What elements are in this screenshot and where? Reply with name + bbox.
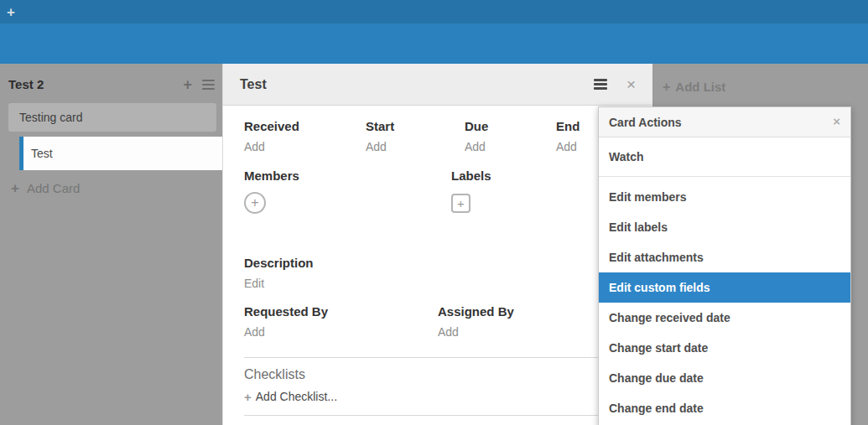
menu-item-change-start-date[interactable]: Change start date — [599, 333, 850, 363]
card-detail-title: Test — [240, 77, 267, 92]
add-checklist-link[interactable]: + Add Checklist... — [244, 390, 337, 404]
menu-item-watch[interactable]: Watch — [599, 137, 850, 177]
card-detail-panel: Test × Received Add Start Add Due Add — [222, 64, 652, 425]
dates-row: Received Add Start Add Due Add End Add — [244, 119, 632, 154]
menu-item-change-due-date[interactable]: Change due date — [599, 363, 850, 393]
popup-close-icon[interactable]: × — [833, 115, 840, 127]
add-checklist-label: Add Checklist... — [256, 390, 337, 404]
menu-item-edit-attachments[interactable]: Edit attachments — [599, 242, 850, 272]
received-add-link[interactable]: Add — [244, 140, 265, 154]
menu-item-change-end-date[interactable]: Change end date — [599, 393, 850, 423]
menu-item-edit-custom-fields[interactable]: Edit custom fields — [599, 272, 850, 303]
received-label: Received — [244, 119, 366, 134]
board-header-band — [0, 23, 868, 64]
card-actions-menu-icon[interactable] — [594, 77, 607, 92]
menu-item-edit-labels[interactable]: Edit labels — [599, 212, 850, 242]
add-card-label: Add Card — [27, 181, 80, 195]
popup-header: Card Actions × — [599, 107, 850, 137]
add-label-button[interactable]: + — [451, 194, 470, 213]
divider — [244, 415, 632, 416]
board-canvas: Test 2 + Testing card Test + Add Card Te… — [0, 64, 868, 425]
add-member-button[interactable]: + — [244, 192, 266, 214]
list-menu-icon[interactable] — [202, 77, 215, 92]
checklists-heading: Checklists — [244, 366, 632, 382]
start-label: Start — [366, 119, 465, 134]
divider — [244, 357, 632, 358]
members-label: Members — [244, 168, 451, 184]
add-list-button[interactable]: + Add List — [663, 80, 725, 94]
list-add-card-icon[interactable]: + — [183, 79, 192, 91]
description-edit-link[interactable]: Edit — [244, 277, 264, 291]
due-add-link[interactable]: Add — [465, 140, 486, 154]
popup-menu: Edit members Edit labels Edit attachment… — [599, 177, 850, 423]
requested-by-add-link[interactable]: Add — [244, 325, 265, 339]
end-add-link[interactable]: Add — [556, 140, 577, 154]
card-actions-popup: Card Actions × Watch Edit members Edit l… — [598, 106, 851, 425]
list-title: Test 2 — [8, 77, 44, 91]
card-title: Test — [31, 147, 53, 160]
start-add-link[interactable]: Add — [366, 140, 387, 154]
card-title: Testing card — [19, 111, 82, 124]
end-label: End — [556, 119, 580, 134]
card-detail-body: Received Add Start Add Due Add End Add — [223, 106, 652, 416]
requested-by-label: Requested By — [244, 304, 438, 319]
due-label: Due — [465, 119, 556, 134]
list-header: Test 2 + — [0, 64, 225, 101]
menu-item-change-received-date[interactable]: Change received date — [599, 303, 850, 333]
popup-title: Card Actions — [609, 116, 682, 129]
plus-icon: + — [251, 195, 258, 210]
plus-icon: + — [663, 80, 670, 94]
members-labels-row: Members + Labels + — [244, 168, 632, 214]
requested-assigned-row: Requested By Add Assigned By Add — [244, 304, 632, 339]
add-board-icon[interactable]: + — [7, 5, 15, 19]
description-section: Description Edit — [244, 256, 632, 291]
list-test-2: Test 2 + Testing card Test + Add Card — [0, 64, 225, 101]
description-label: Description — [244, 256, 632, 271]
close-card-icon[interactable]: × — [626, 76, 636, 92]
add-card-button[interactable]: + Add Card — [11, 181, 80, 195]
card-detail-header: Test × — [223, 64, 652, 106]
plus-icon: + — [244, 390, 252, 404]
menu-item-edit-members[interactable]: Edit members — [599, 182, 850, 212]
assigned-by-add-link[interactable]: Add — [438, 325, 459, 339]
card-test[interactable]: Test — [19, 137, 225, 170]
plus-icon: + — [457, 196, 465, 210]
plus-icon: + — [11, 181, 19, 195]
top-navbar: + — [0, 0, 868, 23]
card-testing-card[interactable]: Testing card — [8, 103, 216, 132]
add-list-label: Add List — [675, 80, 725, 94]
labels-label: Labels — [451, 168, 491, 184]
